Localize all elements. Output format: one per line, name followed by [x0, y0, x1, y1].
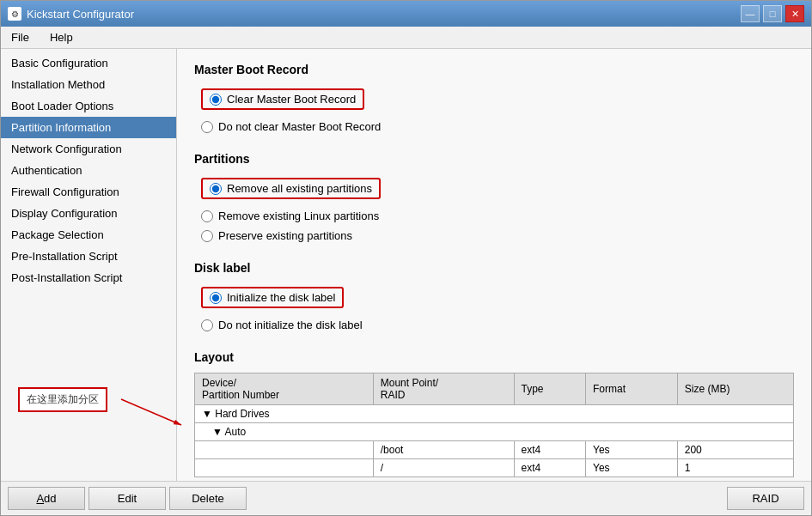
sidebar-item-partition-information[interactable]: Partition Information — [1, 117, 176, 138]
annotation-box: 在这里添加分区 — [18, 387, 107, 412]
mbr-clear-highlighted: Clear Master Boot Record — [201, 88, 364, 110]
sidebar-item-basic-config[interactable]: Basic Configuration — [1, 52, 176, 74]
partitions-section: Partitions Remove all existing partition… — [194, 152, 794, 246]
disk-label-radio-group: Initialize the disk label Do not initial… — [194, 283, 794, 335]
mbr-clear-label: Clear Master Boot Record — [227, 93, 356, 106]
root-mount: / — [373, 459, 514, 477]
layout-section: Layout Device/Partition Number Mount Poi… — [194, 350, 794, 477]
sidebar-item-network-configuration[interactable]: Network Configuration — [1, 138, 176, 160]
tree-auto: ▼ Auto — [195, 423, 794, 441]
menu-help[interactable]: Help — [45, 29, 78, 46]
partition-preserve-radio[interactable] — [201, 230, 213, 242]
auto-cell: ▼ Auto — [195, 423, 794, 441]
partition-option-preserve[interactable]: Preserve existing partitions — [194, 226, 794, 246]
col-format: Format — [585, 373, 677, 405]
mbr-radio-group: Clear Master Boot Record Do not clear Ma… — [194, 85, 794, 137]
main-window: ⚙ Kickstart Configurator — □ ✕ File Help… — [0, 0, 812, 516]
disk-label-option-initialize[interactable]: Initialize the disk label — [194, 283, 794, 315]
disk-label-no-initialize-radio[interactable] — [201, 319, 213, 331]
hard-drives-label: Hard Drives — [215, 408, 269, 420]
sidebar-item-pre-installation-script[interactable]: Pre-Installation Script — [1, 246, 176, 267]
tree-hard-drives: ▼ Hard Drives — [195, 405, 794, 423]
svg-line-1 — [121, 399, 181, 425]
mbr-title: Master Boot Record — [194, 63, 794, 76]
boot-type: ext4 — [514, 441, 585, 459]
col-size: Size (MB) — [677, 373, 793, 405]
sidebar-item-firewall-configuration[interactable]: Firewall Configuration — [1, 181, 176, 203]
col-device: Device/Partition Number — [195, 373, 374, 405]
partition-option-remove-all[interactable]: Remove all existing partitions — [194, 174, 794, 206]
disk-label-initialize-highlighted: Initialize the disk label — [201, 287, 344, 308]
title-bar: ⚙ Kickstart Configurator — □ ✕ — [1, 1, 811, 27]
sidebar-item-installation-method[interactable]: Installation Method — [1, 74, 176, 95]
boot-mount: /boot — [373, 441, 514, 459]
maximize-button[interactable]: □ — [763, 5, 782, 22]
mbr-option-clear[interactable]: Clear Master Boot Record — [194, 85, 794, 117]
mbr-clear-radio[interactable] — [210, 94, 222, 106]
tree-auto-expand-icon: ▼ — [212, 426, 225, 438]
disk-label-initialize-label: Initialize the disk label — [227, 291, 335, 304]
mbr-noclear-radio[interactable] — [201, 121, 213, 133]
layout-table-header-row: Device/Partition Number Mount Point/RAID… — [195, 373, 794, 405]
disk-label-option-no-initialize[interactable]: Do not initialize the disk label — [194, 315, 794, 335]
tree-expand-icon: ▼ — [202, 408, 215, 420]
mbr-option-noclear[interactable]: Do not clear Master Boot Record — [194, 117, 794, 137]
partition-remove-all-label: Remove all existing partitions — [227, 182, 372, 195]
close-button[interactable]: ✕ — [785, 5, 804, 22]
sidebar-item-post-installation-script[interactable]: Post-Installation Script — [1, 267, 176, 288]
partitions-radio-group: Remove all existing partitions Remove ex… — [194, 174, 794, 246]
hard-drives-cell: ▼ Hard Drives — [195, 405, 794, 423]
delete-button[interactable]: Delete — [169, 487, 247, 510]
main-content: Basic Configuration Installation Method … — [1, 49, 811, 481]
sidebar-item-boot-loader-options[interactable]: Boot Loader Options — [1, 95, 176, 117]
disk-label-title: Disk label — [194, 261, 794, 275]
menu-file[interactable]: File — [6, 29, 34, 46]
raid-button[interactable]: RAID — [727, 487, 804, 510]
bottom-buttons: Add Edit Delete RAID — [1, 481, 811, 515]
window-title: Kickstart Configurator — [27, 8, 134, 21]
boot-format: Yes — [585, 441, 677, 459]
minimize-button[interactable]: — — [741, 5, 760, 22]
boot-size: 200 — [677, 441, 793, 459]
partition-preserve-label: Preserve existing partitions — [218, 229, 352, 242]
sidebar-item-display-configuration[interactable]: Display Configuration — [1, 203, 176, 224]
partition-remove-linux-radio[interactable] — [201, 210, 213, 222]
app-icon: ⚙ — [8, 7, 21, 21]
mbr-noclear-label: Do not clear Master Boot Record — [218, 120, 381, 133]
partition-option-remove-linux[interactable]: Remove existing Linux partitions — [194, 206, 794, 226]
sidebar-item-package-selection[interactable]: Package Selection — [1, 224, 176, 246]
disk-label-no-initialize-label: Do not initialize the disk label — [218, 319, 363, 331]
edit-button[interactable]: Edit — [89, 487, 166, 510]
auto-label: Auto — [225, 426, 247, 438]
layout-table: Device/Partition Number Mount Point/RAID… — [194, 373, 794, 477]
root-size: 1 — [677, 459, 793, 477]
sidebar-item-authentication[interactable]: Authentication — [1, 160, 176, 181]
layout-title: Layout — [194, 350, 794, 364]
col-type: Type — [514, 373, 585, 405]
partition-remove-linux-label: Remove existing Linux partitions — [218, 209, 379, 222]
content-area: Master Boot Record Clear Master Boot Rec… — [177, 49, 811, 481]
add-button[interactable]: Add — [8, 487, 85, 510]
title-controls: — □ ✕ — [741, 5, 804, 22]
col-mount: Mount Point/RAID — [373, 373, 514, 405]
annotation-text: 在这里添加分区 — [27, 393, 99, 405]
title-bar-left: ⚙ Kickstart Configurator — [8, 7, 134, 21]
partition-row-root[interactable]: / ext4 Yes 1 — [195, 459, 794, 477]
menu-bar: File Help — [1, 27, 811, 49]
disk-label-initialize-radio[interactable] — [210, 292, 222, 304]
partition-remove-all-highlighted: Remove all existing partitions — [201, 178, 381, 199]
disk-label-section: Disk label Initialize the disk label Do … — [194, 261, 794, 335]
boot-device — [195, 441, 374, 459]
master-boot-record-section: Master Boot Record Clear Master Boot Rec… — [194, 63, 794, 137]
partition-row-boot[interactable]: /boot ext4 Yes 200 — [195, 441, 794, 459]
root-type: ext4 — [514, 459, 585, 477]
root-device — [195, 459, 374, 477]
partitions-title: Partitions — [194, 152, 794, 166]
partition-remove-all-radio[interactable] — [210, 183, 222, 195]
root-format: Yes — [585, 459, 677, 477]
sidebar: Basic Configuration Installation Method … — [1, 49, 177, 481]
